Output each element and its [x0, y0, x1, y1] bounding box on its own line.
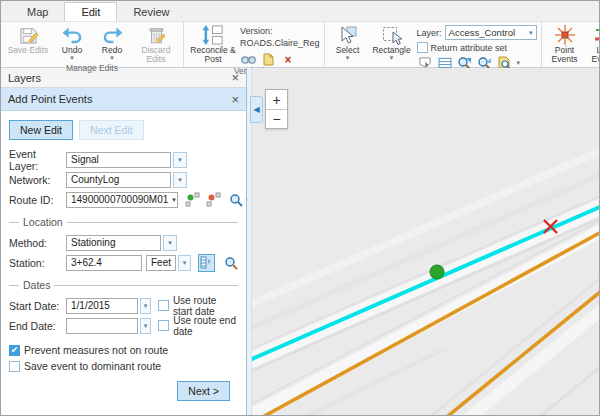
add-point-events-header: Add Point Events ×: [1, 88, 246, 111]
select-cursor-icon: [337, 24, 359, 46]
save-dominant-checkbox[interactable]: [9, 361, 20, 372]
reconcile-icon: [201, 24, 226, 46]
dates-section: Dates: [9, 279, 238, 291]
event-layer-label: Event Layer:: [9, 148, 66, 172]
rectangle-select-icon: [381, 24, 403, 46]
event-layer-dropdown[interactable]: ▾: [173, 152, 187, 168]
version-value: ROADS.Claire_Reg: [240, 38, 320, 48]
zoom-to-route-icon[interactable]: [229, 193, 243, 207]
select-dropdown-caret[interactable]: ▾: [346, 55, 350, 61]
line-events-button[interactable]: Line Events: [586, 23, 600, 64]
selection-tools-caret[interactable]: ▾: [517, 60, 521, 66]
start-date-label: Start Date:: [9, 300, 66, 312]
ribbon: Save Edits Undo ▾ Redo ▾: [1, 22, 599, 68]
rectangle-dropdown-caret[interactable]: ▾: [390, 55, 394, 61]
next-edit-button[interactable]: Next Edit: [79, 120, 144, 140]
network-label: Network:: [9, 174, 66, 186]
station-label: Station:: [9, 257, 66, 269]
point-events-button[interactable]: Point Events: [546, 23, 584, 64]
chevron-down-icon: ▾: [529, 29, 533, 37]
zoom-out-button[interactable]: −: [266, 109, 287, 128]
zoom-in-button[interactable]: +: [266, 90, 287, 109]
use-route-start-label: Use route start date: [173, 295, 238, 317]
group-selection: Select ▾ Rectangle ▾ Layer: Access_Contr…: [325, 22, 542, 67]
use-route-end-label: Use route end date: [173, 315, 238, 337]
group-edit-events: Point Events Line Events Event Replaceme…: [542, 22, 600, 67]
network-value[interactable]: CountyLog: [66, 172, 171, 188]
prevent-measures-label: Prevent measures not on route: [24, 344, 168, 356]
point-events-icon: [554, 24, 576, 46]
group-versioning: Reconcile & Post Version: ROADS.Claire_R…: [184, 22, 325, 67]
left-panel: Layers × Add Point Events × New Edit Nex…: [1, 68, 247, 416]
tab-edit[interactable]: Edit: [64, 2, 117, 21]
redo-dropdown-caret[interactable]: ▾: [110, 55, 114, 61]
map-graphics: [247, 68, 599, 416]
undo-button[interactable]: Undo ▾: [53, 23, 91, 61]
route-from-map-icon[interactable]: [185, 192, 200, 207]
rectangle-select-button[interactable]: Rectangle ▾: [369, 23, 415, 61]
collapse-left-icon: ◀: [253, 105, 259, 114]
use-route-end-checkbox[interactable]: [158, 320, 169, 331]
new-edit-button[interactable]: New Edit: [9, 120, 73, 140]
tab-map[interactable]: Map: [11, 3, 64, 21]
start-date-input[interactable]: [66, 298, 138, 314]
return-attribute-set-label: Return attribute set: [431, 43, 508, 53]
collapse-panel-tab[interactable]: ◀: [250, 96, 263, 123]
panel-title: Add Point Events: [8, 93, 92, 105]
method-value[interactable]: Stationing: [66, 235, 161, 251]
line-events-icon: [593, 24, 600, 46]
event-layer-value[interactable]: Signal: [66, 152, 171, 168]
redo-button[interactable]: Redo ▾: [93, 23, 131, 61]
station-units-dropdown[interactable]: ▾: [178, 255, 191, 271]
end-date-dropdown[interactable]: ▾: [140, 318, 151, 334]
group-label-manage-edits: Manage Edits: [5, 64, 179, 74]
redo-icon: [102, 24, 123, 46]
undo-dropdown-caret[interactable]: ▾: [70, 55, 74, 61]
layer-combo[interactable]: Access_Control▾: [445, 25, 537, 40]
trash-icon: [146, 24, 166, 46]
station-picker-button[interactable]: [198, 254, 215, 272]
delete-version-icon[interactable]: ×: [280, 52, 296, 67]
route-id-combo[interactable]: 14900000700090M01▾: [66, 192, 178, 208]
tab-review[interactable]: Review: [117, 3, 185, 21]
manage-versions-icon[interactable]: [240, 52, 256, 67]
station-input[interactable]: [66, 255, 142, 271]
select-button[interactable]: Select ▾: [329, 23, 367, 61]
save-edits-button[interactable]: Save Edits: [5, 23, 51, 55]
network-dropdown[interactable]: ▾: [173, 172, 187, 188]
layer-label: Layer:: [417, 28, 442, 38]
location-section: Location: [9, 216, 238, 228]
map-canvas[interactable]: ◀ + −: [247, 68, 599, 416]
use-route-start-checkbox[interactable]: [158, 300, 169, 311]
end-date-input[interactable]: [66, 318, 138, 334]
new-version-icon[interactable]: [260, 52, 276, 67]
route-id-label: Route ID:: [9, 194, 66, 206]
group-manage-edits: Save Edits Undo ▾ Redo ▾: [1, 22, 184, 67]
event-point-marker: [430, 265, 444, 279]
station-units-value[interactable]: Feet: [146, 255, 176, 271]
reconcile-post-button[interactable]: Reconcile & Post: [188, 23, 238, 64]
next-button[interactable]: Next >: [177, 381, 230, 401]
end-date-label: End Date:: [9, 320, 66, 332]
add-point-events-body: New Edit Next Edit Event Layer: Signal ▾…: [1, 111, 246, 416]
app-window: Map Edit Review Save Edits Undo ▾: [0, 0, 600, 416]
prevent-measures-checkbox[interactable]: ✔: [9, 345, 20, 356]
method-label: Method:: [9, 237, 66, 249]
panel-close-icon[interactable]: ×: [231, 93, 239, 106]
method-dropdown[interactable]: ▾: [163, 235, 177, 251]
return-attribute-set-checkbox[interactable]: [417, 42, 428, 53]
undo-icon: [62, 24, 83, 46]
start-date-dropdown[interactable]: ▾: [140, 298, 151, 314]
version-label: Version:: [240, 26, 320, 36]
station-zoom-icon[interactable]: [224, 256, 238, 270]
save-icon: [18, 24, 39, 46]
map-zoom-control: + −: [265, 89, 288, 129]
route-clear-icon[interactable]: [206, 192, 221, 207]
discard-edits-button[interactable]: Discard Edits: [133, 23, 179, 64]
save-dominant-label: Save event to dominant route: [24, 360, 161, 372]
ribbon-tabbar: Map Edit Review: [1, 1, 599, 22]
